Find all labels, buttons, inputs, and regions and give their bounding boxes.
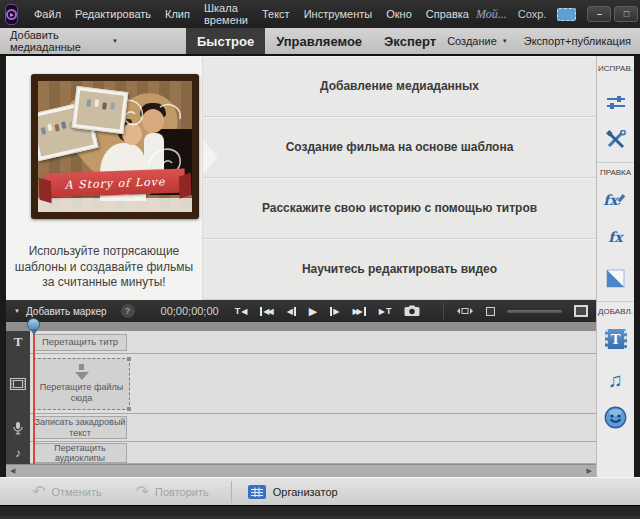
timeline-toolbar: ▼ Добавить маркер ? 00;00;00;00 T◀ ◀◀ ◀ … [6, 300, 596, 322]
maximize-button[interactable]: □ [614, 6, 638, 22]
expand-monitor-icon[interactable] [574, 305, 588, 317]
window-edge-right [634, 56, 640, 477]
guide-item-titles-story[interactable]: Расскажите свою историю с помощью титров [203, 178, 596, 239]
play-button[interactable]: ▶ [309, 305, 317, 318]
guide-item-learn-editing[interactable]: Научитесь редактировать видео [203, 239, 596, 300]
guide-item-add-media[interactable]: Добавление медиаданных [203, 56, 596, 117]
template-preview-image: A Story of Love [31, 74, 199, 219]
audio-track-icon: ♪ [6, 442, 30, 464]
fix-section-label: ИСПРАВ. [598, 64, 633, 73]
menu-file[interactable]: Файл [27, 8, 68, 20]
ribbon-text: A Story of Love [64, 175, 165, 192]
voiceover-track-icon [6, 414, 30, 441]
carousel-next-icon[interactable] [203, 140, 218, 174]
fix-tools-icon[interactable] [606, 130, 626, 149]
snapshot-camera-icon[interactable] [404, 305, 420, 317]
drag-audio-hint[interactable]: Перетащить аудиоклипы [33, 443, 127, 463]
tab-quick[interactable]: Быстрое [186, 28, 265, 54]
create-button[interactable]: Создание ▼ [447, 35, 508, 47]
organizer-grid-icon [248, 485, 266, 499]
project-name[interactable]: Мой... [476, 7, 507, 22]
zoom-slider[interactable] [507, 310, 562, 313]
track-headers: T ♪ [6, 331, 30, 464]
app-window: Файл Редактировать Клип Шкала времени Те… [0, 0, 640, 519]
drag-title-hint[interactable]: Перетащить титр [33, 334, 127, 351]
menu-timeline[interactable]: Шкала времени [197, 2, 255, 26]
prev-title-button[interactable]: T◀ [235, 306, 248, 316]
video-track-icon [6, 354, 30, 413]
guide-item-template-movie[interactable]: Создание фильма на основе шаблона [203, 117, 596, 178]
export-publish-button[interactable]: Экспорт+публикация [524, 35, 631, 47]
save-button[interactable]: Сохр. [518, 8, 547, 20]
next-title-button[interactable]: ▶T [379, 306, 392, 316]
preview-panel: A Story of Love Используйте потрясающие … [6, 56, 202, 300]
frame-back-button[interactable]: ◀ [287, 307, 296, 316]
adjust-sliders-icon[interactable] [606, 94, 626, 111]
transport-controls: T◀ ◀◀ ◀ ▶ ▶ ▶▶ ▶T [235, 305, 421, 318]
frame-forward-button[interactable]: ▶ [330, 307, 339, 316]
redo-icon: ↷ [136, 484, 149, 500]
caret-down-icon: ▼ [112, 38, 118, 44]
guide-list: Добавление медиаданных Создание фильма н… [202, 56, 596, 300]
record-voiceover-hint[interactable]: Записать закадровый текст [33, 416, 127, 439]
redo-button[interactable]: ↷ Повторить [136, 484, 209, 500]
zoom-fit-icon[interactable] [486, 307, 495, 316]
timeline-panel: T ♪ [6, 322, 596, 464]
organizer-button[interactable]: Организатор [248, 485, 338, 499]
fx-effects-icon[interactable]: fx [608, 229, 622, 245]
undo-button[interactable]: ↶ Отменить [32, 484, 102, 500]
fx-pencil-icon[interactable]: fx [603, 192, 627, 208]
title-bar: Файл Редактировать Клип Шкала времени Те… [0, 0, 640, 28]
timecode-display[interactable]: 00;00;00;00 [161, 305, 219, 317]
undo-icon: ↶ [32, 484, 45, 500]
add-section-label: ДОБАВЛ. [598, 307, 633, 316]
transitions-icon[interactable] [606, 269, 625, 288]
tab-guided[interactable]: Управляемое [265, 28, 373, 54]
graphics-smiley-icon[interactable] [604, 406, 627, 429]
marker-caret-icon[interactable]: ▼ [6, 308, 20, 314]
app-logo-icon [5, 4, 18, 25]
mode-tabs: Быстрое Управляемое Эксперт [186, 28, 447, 54]
menu-bar: Файл Редактировать Клип Шкала времени Те… [27, 2, 476, 26]
preview-caption: Используйте потрясающие шаблоны и создав… [14, 244, 194, 291]
add-marker-button[interactable]: Добавить маркер [26, 306, 107, 317]
timeline-ruler[interactable] [6, 322, 596, 331]
menu-edit[interactable]: Редактировать [68, 8, 158, 20]
menu-tools[interactable]: Инструменты [297, 8, 380, 20]
next-edit-button[interactable]: ▶▶ [352, 307, 365, 316]
menu-help[interactable]: Справка [419, 8, 476, 20]
add-media-button[interactable]: Добавить медиаданные ▼ [0, 28, 128, 54]
titles-icon[interactable]: T [605, 329, 627, 349]
music-icon[interactable]: ♫ [608, 370, 623, 390]
playhead-line[interactable] [33, 322, 35, 464]
window-bottom-chrome [0, 505, 640, 519]
workspace-screen-icon[interactable] [557, 8, 576, 21]
tools-sidebar: ИСПРАВ. ПРАВКА fx [596, 56, 634, 477]
caret-down-icon: ▼ [502, 38, 508, 44]
scroll-right-icon[interactable]: ▶ [587, 467, 592, 475]
timeline-scrollbar[interactable]: ◀ ▶ [6, 464, 596, 477]
drop-arrow-icon [75, 372, 89, 380]
polaroid-photo [72, 86, 129, 134]
bottom-bar: ↶ Отменить ↷ Повторить Организатор [0, 477, 640, 505]
help-icon[interactable]: ? [121, 304, 135, 318]
menu-window[interactable]: Окно [379, 8, 419, 20]
zoom-clip-icon[interactable] [456, 302, 474, 320]
title-track-icon: T [6, 331, 30, 353]
edit-section-label: ПРАВКА [600, 168, 631, 177]
minimize-button[interactable]: – [587, 6, 611, 22]
menu-text[interactable]: Текст [255, 8, 297, 20]
go-to-start-button[interactable]: ◀◀ [260, 307, 273, 316]
title-ribbon: A Story of Love [45, 169, 186, 198]
media-dropzone[interactable]: Перетащите файлы сюда [33, 358, 130, 410]
playhead-handle[interactable] [27, 318, 40, 331]
action-bar: Добавить медиаданные ▼ Быстрое Управляем… [0, 28, 640, 56]
menu-clip[interactable]: Клип [158, 8, 197, 20]
scroll-left-icon[interactable]: ◀ [10, 467, 15, 475]
tab-expert[interactable]: Эксперт [373, 28, 447, 54]
